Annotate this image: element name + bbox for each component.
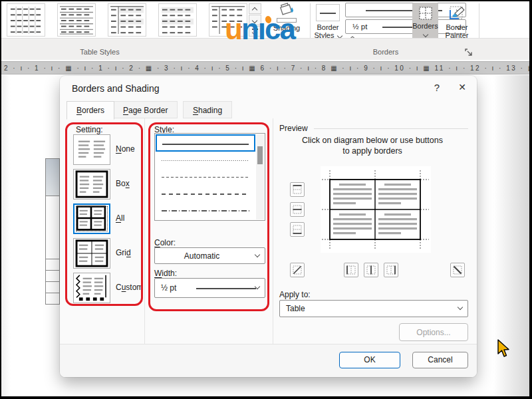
setting-option-label: All <box>116 213 124 223</box>
setting-option-label: None <box>116 144 135 154</box>
chevron-down-icon <box>255 251 260 257</box>
tab-borders[interactable]: Borders <box>66 101 114 120</box>
ok-button[interactable]: OK <box>339 352 400 368</box>
borders-and-shading-dialog: Borders and Shading ? ✕ Borders Page Bor… <box>60 76 477 377</box>
border-styles-label-1: Border <box>317 23 338 31</box>
setting-option-none[interactable]: None <box>73 134 140 165</box>
mouse-cursor <box>496 339 511 359</box>
vertical-inside-border-icon <box>366 265 376 275</box>
document-table-cell <box>45 270 60 282</box>
setting-grid-icon[interactable] <box>73 238 110 269</box>
tab-label-part: S <box>193 106 198 115</box>
chevron-up-icon <box>252 7 257 13</box>
help-button[interactable]: ? <box>430 82 444 93</box>
horizontal-ruler: 2 · ı · 1 · ı · ▦ · ı · 1 · ı · 2 · ▦ · … <box>1 61 529 74</box>
options-button[interactable]: Options... <box>399 323 468 341</box>
setting-option-custom[interactable]: Custom <box>73 273 140 303</box>
chevron-down-icon <box>422 32 428 37</box>
logo-letter: ı <box>258 13 265 45</box>
setting-option-grid[interactable]: Grid <box>73 238 140 269</box>
table-style-thumbnail-1[interactable] <box>7 3 45 37</box>
setting-label: Setting: <box>76 125 103 134</box>
diagonal-down-icon <box>293 265 302 275</box>
color-label: Color: <box>154 238 176 247</box>
setting-custom-icon[interactable] <box>73 273 110 303</box>
scrollbar-thumb[interactable] <box>257 146 263 164</box>
logo-letter: n <box>241 13 258 45</box>
ribbon: Shading Border Styles ½ pt Pen Col <box>1 1 529 60</box>
left-border-icon <box>346 265 356 275</box>
style-item-dashed-small[interactable] <box>156 169 255 186</box>
line-weight-value: ½ pt <box>352 23 367 31</box>
top-border-button[interactable] <box>290 182 305 197</box>
logo-letter: u <box>225 13 241 45</box>
setting-none-icon[interactable] <box>73 134 110 165</box>
vertical-inside-border-button[interactable] <box>364 263 378 277</box>
dialog-title: Borders and Shading <box>72 83 160 94</box>
bottom-border-icon <box>293 225 302 234</box>
style-listbox[interactable] <box>154 133 265 221</box>
style-item-solid[interactable] <box>156 134 255 152</box>
ruled-table-style-icon <box>58 4 95 36</box>
apply-to-dropdown[interactable]: Table <box>279 300 468 317</box>
setting-option-box[interactable]: Box <box>73 169 140 200</box>
document-table-cell <box>45 293 60 305</box>
preview-rule <box>314 128 468 129</box>
preview-label: Preview <box>279 124 308 133</box>
table-grid-style-icon <box>7 4 45 36</box>
style-item-dashed-large[interactable] <box>156 186 255 202</box>
table-style-thumbnail-2[interactable] <box>57 3 96 37</box>
panel-divider <box>144 118 145 344</box>
setting-option-all[interactable]: All <box>73 203 140 234</box>
preview-hint: Click on diagram below or use buttonsto … <box>274 135 471 156</box>
diagonal-up-border-button[interactable] <box>450 263 465 277</box>
horizontal-inside-border-button[interactable] <box>290 202 305 217</box>
close-icon[interactable]: ✕ <box>455 82 469 92</box>
top-border-icon <box>293 185 302 194</box>
document-table-cell <box>45 196 60 259</box>
document-table-cell <box>45 281 60 293</box>
tab-label-part: B <box>76 106 82 115</box>
style-scrollbar[interactable] <box>256 134 264 219</box>
setting-option-label: Grid <box>116 248 131 257</box>
setting-box-icon[interactable] <box>73 169 110 200</box>
tab-shading[interactable]: Shading <box>183 101 232 118</box>
border-styles-button[interactable]: Border Styles <box>313 4 343 39</box>
style-item-dotted[interactable] <box>156 152 255 169</box>
width-dropdown[interactable]: ½ pt <box>154 278 265 298</box>
right-border-button[interactable] <box>384 263 398 277</box>
cancel-button[interactable]: Cancel <box>412 352 468 368</box>
word-window: Shading Border Styles ½ pt Pen Col <box>0 0 532 399</box>
setting-option-label: Box <box>116 179 130 188</box>
diagonal-down-border-button[interactable] <box>290 263 305 277</box>
diagonal-up-icon <box>453 265 462 275</box>
ruler-marks: 2 · ı · 1 · ı · ▦ · ı · 1 · ı · 2 · ▦ · … <box>4 65 529 72</box>
width-line-sample <box>196 288 256 289</box>
width-label: Width: <box>154 269 177 278</box>
color-dropdown[interactable]: Automatic <box>154 247 265 264</box>
right-border-icon <box>386 265 396 275</box>
table-styles-group-label: Table Styles <box>80 48 119 56</box>
horizontal-inside-border-icon <box>293 205 302 214</box>
tab-label-part: orders <box>82 106 104 115</box>
setting-all-icon[interactable] <box>73 203 110 234</box>
border-style-sample-icon <box>316 4 340 21</box>
bottom-border-button[interactable] <box>290 222 305 237</box>
tab-page-border[interactable]: Page Border <box>113 101 178 118</box>
panel-divider <box>273 118 273 344</box>
unica-logo: unıca <box>225 15 295 44</box>
setting-option-label: Custom <box>116 283 143 292</box>
style-item-dash-dot[interactable] <box>156 202 255 219</box>
preview-diagram[interactable] <box>321 166 431 253</box>
table-style-thumbnail-4[interactable] <box>158 3 197 37</box>
table-style-thumbnail-3[interactable] <box>108 3 146 37</box>
document-table-cell <box>45 259 60 271</box>
apply-to-label: Apply to: <box>279 290 311 299</box>
border-painter-label-1: Border <box>440 23 474 31</box>
tab-label-part: hading <box>198 106 222 115</box>
tab-label-part: age Border <box>128 106 168 115</box>
dialog-launcher-icon[interactable] <box>465 49 473 57</box>
left-border-button[interactable] <box>344 263 358 277</box>
color-value: Automatic <box>155 251 249 261</box>
plain-table-style-icon <box>159 4 196 36</box>
